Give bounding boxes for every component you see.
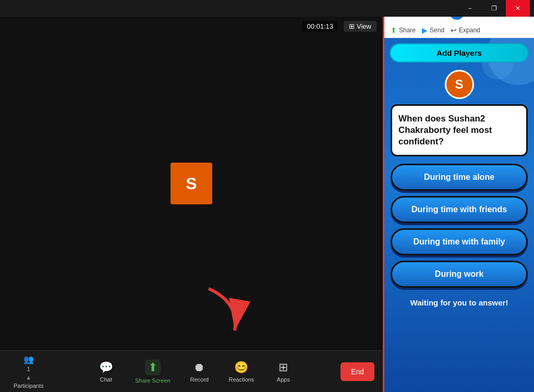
close-button[interactable]: ✕	[506, 0, 530, 17]
answer-button-2[interactable]: During time with family	[391, 228, 528, 255]
participants-icon: 👥	[23, 354, 34, 364]
end-button[interactable]: End	[341, 362, 374, 381]
reactions-icon: 😊	[234, 361, 248, 374]
toolbar-right: End	[341, 362, 374, 381]
question-card: When does Sushan2 Chakraborty feel most …	[391, 104, 528, 156]
share-screen-button[interactable]: ⬆ Share Screen	[130, 357, 175, 387]
share-screen-label: Share Screen	[135, 377, 170, 384]
expand-action-button[interactable]: ↩ Expand	[451, 26, 480, 34]
participant-avatar: S	[171, 163, 212, 204]
toolbar: 👥 1 ▲ Participants 💬 Chat ⬆ Share Screen…	[0, 350, 383, 392]
send-action-button[interactable]: ▶ Send	[422, 26, 444, 34]
minimize-button[interactable]: −	[458, 0, 482, 17]
apps-label: Apps	[277, 376, 290, 383]
video-area: 00:01:13 ⊞ View S	[0, 17, 383, 350]
view-icon: ⊞	[349, 22, 355, 30]
chat-button[interactable]: 💬 Chat	[90, 358, 122, 386]
send-action-icon: ▶	[422, 26, 428, 34]
share-action-button[interactable]: ⬆ Share	[391, 26, 416, 34]
game-panel: Add Players S When does Sushan2 Chakrabo…	[384, 38, 534, 392]
apps-button[interactable]: ⊞ Apps	[268, 358, 299, 386]
arrow-indicator	[198, 284, 250, 346]
share-action-icon: ⬆	[391, 26, 397, 34]
participants-button[interactable]: 👥 1 ▲ Participants	[8, 351, 48, 392]
expand-action-icon: ↩	[451, 26, 457, 34]
player-avatar: S	[445, 70, 474, 99]
answer-button-3[interactable]: During work	[391, 261, 528, 288]
restore-button[interactable]: ❐	[482, 0, 506, 17]
record-icon: ⏺	[193, 361, 205, 374]
participants-label: Participants	[14, 383, 43, 389]
right-panel: ‹ My Apps A Ask Away ••• ⬆ Share ▶ Send …	[383, 0, 534, 392]
question-text: When does Sushan2 Chakraborty feel most …	[398, 113, 520, 148]
reactions-label: Reactions	[228, 376, 254, 383]
expand-action-label: Expand	[459, 27, 480, 34]
view-button[interactable]: ⊞ View	[344, 21, 377, 32]
participants-count: 1	[27, 366, 30, 372]
toolbar-left: 👥 1 ▲ Participants	[8, 351, 48, 392]
title-bar: − ❐ ✕	[0, 0, 534, 17]
apps-icon: ⊞	[278, 361, 288, 374]
reactions-button[interactable]: 😊 Reactions	[223, 358, 259, 386]
add-players-button[interactable]: Add Players	[391, 44, 528, 62]
video-top-bar: 00:01:13 ⊞ View	[296, 17, 383, 36]
share-screen-icon: ⬆	[145, 360, 161, 375]
record-button[interactable]: ⏺ Record	[184, 358, 215, 386]
waiting-text: Waiting for you to answer!	[410, 293, 508, 312]
answer-button-0[interactable]: During time alone	[391, 164, 528, 191]
panel-actions: ⬆ Share ▶ Send ↩ Expand	[391, 24, 528, 34]
share-action-label: Share	[399, 27, 416, 34]
send-action-label: Send	[430, 27, 444, 34]
chat-label: Chat	[100, 376, 112, 383]
call-timer: 00:01:13	[302, 21, 337, 32]
answer-button-1[interactable]: During time with friends	[391, 196, 528, 223]
chat-icon: 💬	[99, 361, 113, 374]
record-label: Record	[190, 376, 209, 383]
participants-chevron: ▲	[26, 374, 31, 381]
toolbar-center: 💬 Chat ⬆ Share Screen ⏺ Record 😊 Reactio…	[48, 357, 341, 387]
